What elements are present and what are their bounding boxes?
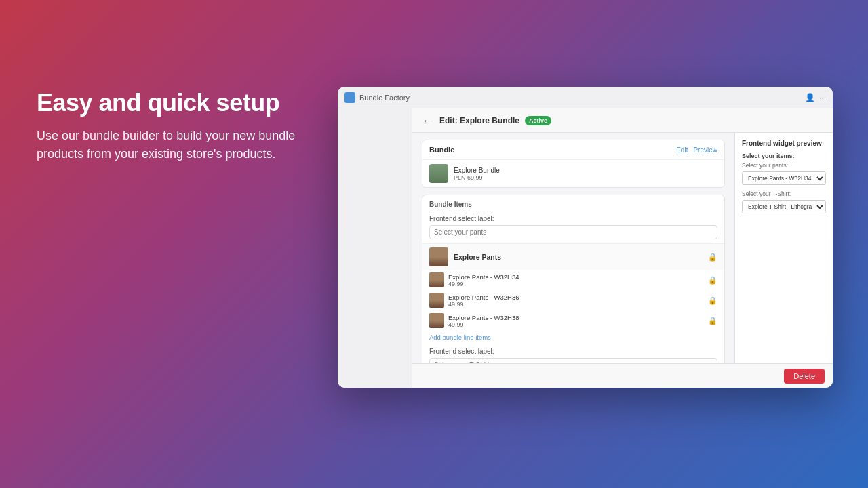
item2-info: Explore Pants - W32H36 49.99 bbox=[448, 293, 704, 308]
delete-button[interactable]: Delete bbox=[784, 369, 825, 384]
bundle-product-price: PLN 69.99 bbox=[454, 174, 717, 181]
more-icon[interactable]: ··· bbox=[819, 93, 826, 102]
item1-info: Explore Pants - W32H34 49.99 bbox=[448, 273, 704, 287]
item2-name: Explore Pants - W32H36 bbox=[448, 293, 704, 301]
group2-placeholder-input[interactable] bbox=[429, 358, 717, 363]
widget-tshirt-select[interactable]: Explore T-Shirt - Lithograph - Hei... bbox=[742, 200, 826, 214]
hero-subtitle: Use our bundle builder to build your new… bbox=[37, 127, 321, 163]
item3-lock-icon: 🔒 bbox=[708, 317, 717, 325]
group1-label: Frontend select label: bbox=[422, 211, 724, 224]
bundle-card-actions: Edit Preview bbox=[676, 146, 717, 154]
group1-name: Explore Pants bbox=[454, 253, 703, 261]
group1-lock-icon: 🔒 bbox=[708, 253, 717, 262]
bottom-bar: Delete bbox=[412, 363, 833, 388]
profile-icon[interactable]: 👤 bbox=[805, 93, 815, 102]
item2-thumb bbox=[429, 293, 444, 308]
left-sidebar bbox=[338, 108, 412, 388]
group1-item-2: Explore Pants - W32H36 49.99 🔒 bbox=[422, 290, 724, 310]
bundle-card-header: Bundle Edit Preview bbox=[422, 140, 724, 160]
group1-header-row: Explore Pants 🔒 bbox=[422, 243, 724, 270]
group2-label: Frontend select label: bbox=[422, 344, 724, 357]
item3-price: 49.99 bbox=[448, 321, 704, 328]
widget-tshirt-label: Select your T-Shirt: bbox=[742, 190, 826, 197]
active-badge: Active bbox=[525, 116, 551, 125]
edit-link[interactable]: Edit bbox=[676, 146, 688, 154]
item3-name: Explore Pants - W32H38 bbox=[448, 314, 704, 321]
bundle-section-title: Bundle bbox=[429, 146, 454, 154]
bundle-product-info: Explore Bundle PLN 69.99 bbox=[454, 167, 717, 181]
item1-thumb bbox=[429, 272, 444, 287]
bundle-product-thumb bbox=[429, 164, 448, 183]
widget-preview-panel: Frontend widget preview Select your item… bbox=[734, 133, 833, 363]
item1-name: Explore Pants - W32H34 bbox=[448, 273, 704, 281]
item2-lock-icon: 🔒 bbox=[708, 296, 717, 305]
widget-pants-select[interactable]: Explore Pants - W32H34 bbox=[742, 171, 826, 185]
title-bar: Bundle Factory 👤 ··· bbox=[338, 87, 833, 108]
back-button[interactable]: ← bbox=[420, 114, 434, 127]
item3-thumb bbox=[429, 313, 444, 328]
item1-price: 49.99 bbox=[448, 281, 704, 287]
group1-placeholder-input[interactable] bbox=[429, 225, 717, 239]
title-bar-controls: 👤 ··· bbox=[805, 93, 826, 102]
bundle-items-title: Bundle Items bbox=[422, 195, 724, 211]
hero-section: Easy and quick setup Use our bundle buil… bbox=[37, 88, 321, 163]
app-name: Bundle Factory bbox=[359, 94, 805, 102]
scroll-content: Bundle Edit Preview Explore Bundle bbox=[412, 133, 833, 363]
preview-link[interactable]: Preview bbox=[693, 146, 717, 154]
group1-thumb bbox=[429, 247, 448, 266]
app-logo-icon bbox=[344, 92, 355, 103]
group1-item-3: Explore Pants - W32H38 49.99 🔒 bbox=[422, 310, 724, 331]
bundle-card: Bundle Edit Preview Explore Bundle bbox=[422, 140, 725, 188]
group1-add-link[interactable]: Add bundle line items bbox=[422, 331, 724, 344]
group1-item-1: Explore Pants - W32H34 49.99 🔒 bbox=[422, 270, 724, 290]
widget-pants-label: Select your pants: bbox=[742, 162, 826, 169]
bundle-product-name: Explore Bundle bbox=[454, 167, 717, 174]
top-nav: ← Edit: Explore Bundle Active bbox=[412, 108, 833, 133]
bundle-product-row: Explore Bundle PLN 69.99 bbox=[422, 160, 724, 187]
page-title: Edit: Explore Bundle bbox=[439, 116, 519, 125]
content-area: ← Edit: Explore Bundle Active Bundle Edi… bbox=[338, 108, 833, 388]
bundle-items-card: Bundle Items Frontend select label: Expl… bbox=[422, 195, 725, 363]
item2-price: 49.99 bbox=[448, 301, 704, 308]
app-window: Bundle Factory 👤 ··· ← Edit: Explore Bun… bbox=[338, 87, 833, 388]
main-panel: ← Edit: Explore Bundle Active Bundle Edi… bbox=[412, 108, 833, 388]
widget-select-items-label: Select your items: bbox=[742, 152, 826, 159]
item3-info: Explore Pants - W32H38 49.99 bbox=[448, 314, 704, 328]
item1-lock-icon: 🔒 bbox=[708, 276, 717, 285]
widget-preview-title: Frontend widget preview bbox=[742, 140, 826, 147]
bundle-editor: Bundle Edit Preview Explore Bundle bbox=[412, 133, 734, 363]
hero-title: Easy and quick setup bbox=[37, 88, 321, 117]
